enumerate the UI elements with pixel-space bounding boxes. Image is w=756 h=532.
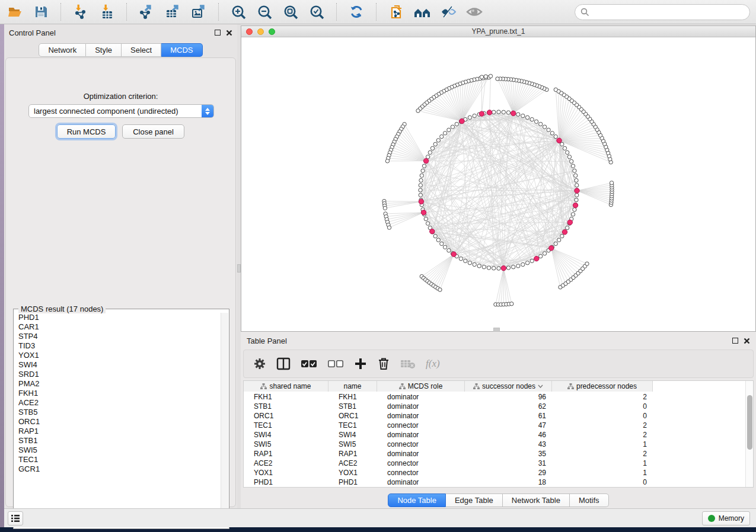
table-cell: 43 [465,440,552,449]
task-history-button[interactable] [8,511,23,525]
import-network-icon[interactable] [72,3,90,21]
new-network-from-selection-icon[interactable] [387,3,405,21]
graphics-details-icon[interactable] [439,3,457,21]
tab-network[interactable]: Network [39,43,86,57]
tab-select[interactable]: Select [122,43,161,57]
export-image-icon[interactable] [190,3,208,21]
tab-network-table[interactable]: Network Table [503,493,570,507]
tab-motifs[interactable]: Motifs [570,493,609,507]
function-builder-icon: f(x) [426,355,440,373]
search-input[interactable] [589,8,744,16]
table-cell: 18 [465,477,552,487]
mcds-tab-content: Optimization criterion: largest connecte… [5,57,236,507]
zoom-out-icon[interactable] [256,3,273,21]
run-mcds-button[interactable]: Run MCDS [57,124,116,139]
mcds-result-item[interactable]: CAR1 [14,322,221,332]
mcds-list-scrollbar[interactable] [221,313,228,526]
mcds-result-item[interactable]: RAP1 [14,427,221,436]
tab-mcds[interactable]: MCDS [161,43,202,57]
table-row[interactable]: SWI5SWI5connector431 [244,440,745,449]
mcds-result-item[interactable]: TEC1 [14,455,221,464]
zoom-fit-icon[interactable] [282,3,299,21]
table-cell: RAP1 [328,449,377,459]
table-cell: 0 [552,402,653,411]
toolbar-separator [218,3,219,21]
unselect-all-icon[interactable] [327,355,344,373]
new-column-icon[interactable] [354,355,367,373]
table-scrollbar[interactable] [745,381,753,487]
column-header-successor-nodes[interactable]: successor nodes [465,381,552,392]
mcds-result-item[interactable]: PMA2 [14,379,221,389]
mcds-result-item[interactable]: GCR1 [14,464,221,474]
close-panel-icon[interactable] [226,30,232,36]
network-graph[interactable] [241,37,755,331]
zoom-in-icon[interactable] [229,3,247,21]
table-row[interactable]: PHD1PHD1dominator180 [244,477,745,487]
mcds-result-item[interactable]: TID3 [14,341,221,351]
table-cell: dominator [377,477,465,487]
table-row[interactable]: ORC1ORC1dominator610 [244,411,745,421]
status-bar: Memory [4,508,756,527]
column-header-shared-name[interactable]: shared name [244,381,328,392]
mcds-result-item[interactable]: STB5 [14,408,221,417]
close-panel-button[interactable]: Close panel [122,124,184,139]
show-hide-columns-icon[interactable] [276,355,291,373]
table-cell: STB1 [244,402,328,411]
mcds-result-item[interactable]: SWI4 [14,360,221,370]
zoom-selected-icon[interactable] [308,3,326,21]
table-cell: 47 [465,421,552,430]
first-neighbors-icon[interactable] [413,3,431,21]
table-row[interactable]: FKH1FKH1dominator962 [244,392,745,402]
mcds-result-item[interactable]: STB1 [14,436,221,446]
mcds-result-item[interactable]: FKH1 [14,389,221,398]
delete-columns-icon[interactable] [377,355,390,373]
table-row[interactable]: RAP1RAP1dominator352 [244,449,745,459]
apply-layout-icon[interactable] [347,3,365,21]
table-cell: 2 [552,430,653,440]
table-row[interactable]: STB1STB1dominator620 [244,402,745,411]
mcds-result-item[interactable]: ACE2 [14,398,221,408]
network-canvas-area[interactable] [241,37,755,331]
select-all-icon[interactable] [301,355,317,373]
mcds-result-item[interactable]: YOX1 [14,351,221,360]
table-row[interactable]: YOX1YOX1connector291 [244,468,745,477]
export-network-icon[interactable] [138,3,155,21]
table-cell: dominator [377,449,465,459]
memory-status-icon [708,515,715,522]
dropdown-stepper-icon [202,105,213,117]
column-header-MCDS-role[interactable]: MCDS role [377,381,465,392]
table-cell: dominator [377,392,465,402]
export-table-icon[interactable] [164,3,181,21]
mcds-result-item[interactable]: ORC1 [14,417,221,427]
table-cell: 29 [465,468,552,477]
network-window-titlebar[interactable]: YPA_prune.txt_1 [241,26,755,37]
search-box[interactable] [575,4,750,20]
mcds-result-item[interactable]: PHD1 [14,313,221,322]
table-cell: ORC1 [244,411,328,421]
mcds-result-item[interactable]: SWI5 [14,446,221,455]
memory-button[interactable]: Memory [702,511,750,525]
open-file-icon[interactable] [6,3,24,21]
tab-node-table[interactable]: Node Table [388,493,446,507]
mcds-result-item[interactable]: STP4 [14,332,221,341]
table-row[interactable]: ACE2ACE2connector311 [244,459,745,468]
criterion-dropdown[interactable]: largest connected component (undirected) [28,104,214,118]
column-header-name[interactable]: name [328,381,377,392]
tab-edge-table[interactable]: Edge Table [446,493,503,507]
close-table-panel-icon[interactable] [744,338,750,344]
table-row[interactable]: TEC1TEC1connector472 [244,421,745,430]
tab-style[interactable]: Style [86,43,122,57]
save-session-icon[interactable] [32,3,50,21]
import-table-icon[interactable] [98,3,116,21]
table-row[interactable]: SWI4SWI4dominator462 [244,430,745,440]
hide-details-eye-icon[interactable] [465,3,483,21]
table-cell: 31 [465,459,552,468]
horizontal-splitter-grip[interactable] [493,328,500,332]
column-header-predecessor-nodes[interactable]: predecessor nodes [552,381,653,392]
table-scrollbar-thumb[interactable] [747,395,752,450]
float-panel-icon[interactable] [215,30,221,36]
table-settings-icon[interactable] [253,355,266,373]
float-table-panel-icon[interactable] [732,338,738,344]
mcds-result-item[interactable]: SRD1 [14,370,221,379]
delete-table-icon [400,355,416,373]
